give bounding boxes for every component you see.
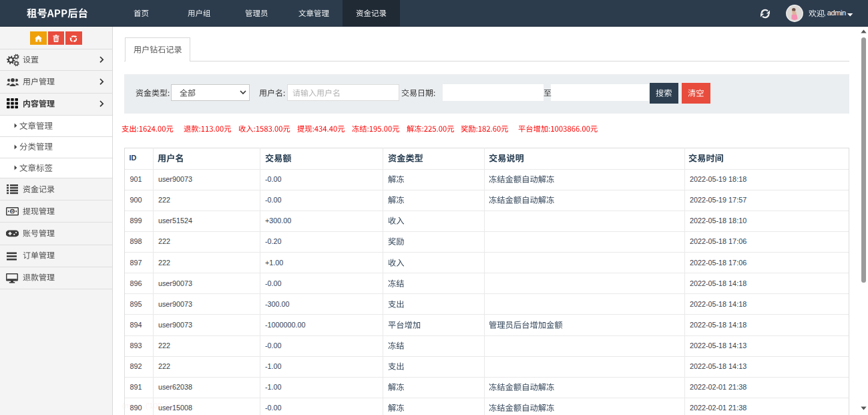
svg-text:0: 0 [11, 209, 14, 214]
